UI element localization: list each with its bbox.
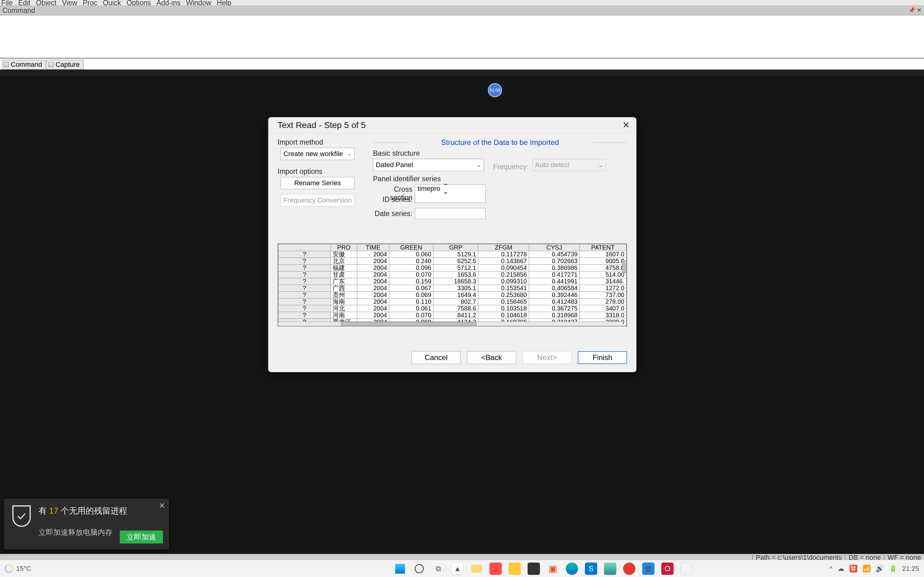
taskbar-app-11[interactable]: [680, 562, 693, 575]
command-pane-close-icon[interactable]: ✕: [916, 7, 922, 13]
date-series-input[interactable]: [415, 208, 486, 219]
data-preview-grid[interactable]: PROTIMEGREENGRPZFGMCYSJPATENT ?安徽20040.0…: [278, 243, 627, 327]
start-button[interactable]: [394, 562, 406, 575]
taskbar-app-6[interactable]: S: [585, 562, 597, 575]
tray-input-icon[interactable]: 🈲: [849, 565, 858, 573]
text-caret: [445, 185, 446, 193]
horizontal-scrollbar-track[interactable]: [278, 322, 623, 326]
frequency-label: Frequency:: [493, 163, 528, 171]
toast-title: 有 17 个无用的残留进程: [39, 505, 163, 516]
table-row[interactable]: ?河南20040.0708411.20.1046180.3189683318.0: [278, 312, 627, 319]
tab-capture[interactable]: Capture: [47, 60, 84, 69]
chevron-down-icon: ⌄: [347, 150, 352, 157]
taskbar-app-2[interactable]: [489, 562, 502, 575]
next-button: Next>: [522, 351, 572, 364]
import-method-select[interactable]: Create new workfile ⌄: [281, 148, 354, 160]
document-icon: [4, 62, 9, 67]
chevron-down-icon: ⌄: [477, 161, 481, 168]
dialog-close-button[interactable]: ✕: [620, 120, 632, 131]
basic-structure-label: Basic structure: [373, 149, 484, 158]
frequency-conversion-button: Frequency Conversion: [281, 194, 354, 206]
tray-battery-icon[interactable]: 🔋: [889, 565, 897, 573]
finish-button[interactable]: Finish: [578, 351, 627, 364]
table-row[interactable]: ?甘肃20040.0701653.60.2158560.417271514.00: [278, 271, 627, 278]
date-series-label: Date series:: [373, 210, 415, 218]
chevron-down-icon: ⌄: [598, 161, 603, 169]
tab-command-label: Command: [11, 61, 42, 69]
taskbar-app-1[interactable]: ▲: [451, 562, 464, 575]
basic-structure-value: Dated Panel: [376, 161, 413, 169]
edge-icon[interactable]: [566, 562, 578, 575]
taskbar-clock[interactable]: 21:25: [902, 565, 919, 572]
table-row[interactable]: ?北京20040.2406252.50.1436670.7026639005.0: [278, 258, 627, 265]
taskbar-app-7[interactable]: [604, 562, 616, 575]
tab-command[interactable]: Command: [2, 60, 46, 69]
status-wf: WF = none: [884, 555, 921, 560]
toast-close-button[interactable]: ✕: [157, 501, 166, 510]
taskbar-app-4[interactable]: [528, 562, 540, 575]
grid-header-zfgm[interactable]: ZFGM: [478, 244, 529, 251]
status-bar: Path = c:\users\1\documents DB = none WF…: [0, 555, 924, 560]
horizontal-scrollbar-thumb[interactable]: [341, 322, 477, 326]
import-method-label: Import method: [278, 138, 364, 147]
grid-corner: [278, 244, 331, 251]
tray-onedrive-icon[interactable]: ☁: [837, 565, 844, 573]
grid-header-grp[interactable]: GRP: [433, 244, 478, 251]
taskbar-app-8[interactable]: [623, 562, 635, 575]
toast-speedup-button[interactable]: 立即加速: [120, 530, 163, 543]
grid-header-pro[interactable]: PRO: [331, 244, 357, 251]
tray-volume-icon[interactable]: 🔊: [876, 565, 884, 573]
import-options-label: Import options: [278, 168, 364, 176]
command-input-area[interactable]: [0, 15, 924, 58]
taskbar[interactable]: 15°C ⧉ ▲ ▣ S ▦ O ^ ☁ 🈲 📶 🔊 🔋: [0, 560, 924, 577]
table-row[interactable]: ?海南20040.110802.70.1584650.412483278.00: [278, 298, 627, 305]
taskbar-app-5[interactable]: ▣: [547, 562, 559, 575]
dialog-title: Text Read - Step 5 of 5: [278, 120, 366, 130]
table-row[interactable]: ?安徽20040.0605129.10.1172780.4547391607.0: [278, 251, 627, 258]
table-row[interactable]: ?河北20040.0617588.60.1035180.3672753407.0: [278, 305, 627, 312]
frequency-select: Auto detect ⌄: [532, 159, 606, 171]
task-view-icon[interactable]: ⧉: [432, 562, 444, 575]
grid-header-cysj[interactable]: CYSJ: [529, 244, 580, 251]
table-row[interactable]: ?广东20040.15918658.30.0993100.44199131446…: [278, 278, 627, 285]
frequency-value: Auto detect: [535, 161, 569, 169]
command-label: Command: [2, 6, 35, 15]
command-pane-title: Command 📌 ✕: [0, 6, 924, 15]
taskbar-app-9[interactable]: ▦: [642, 562, 654, 575]
recording-badge[interactable]: 01:08: [488, 83, 502, 97]
tab-capture-label: Capture: [55, 61, 79, 69]
basic-structure-select[interactable]: Dated Panel ⌄: [373, 159, 484, 171]
pane-tabs: Command Capture: [0, 58, 924, 69]
grid-header-green[interactable]: GREEN: [389, 244, 433, 251]
grid-header-patent[interactable]: PATENT: [580, 244, 627, 251]
table-row[interactable]: ?广西20040.0673305.10.1535410.4065841272.0: [278, 285, 627, 292]
status-path: Path = c:\users\1\documents: [752, 555, 842, 560]
id-series-label: ID series:: [373, 195, 415, 204]
grid-header-time[interactable]: TIME: [357, 244, 389, 251]
text-read-dialog: Text Read - Step 5 of 5 ✕ Import method …: [268, 117, 636, 372]
panel-identifier-label: Panel identifier series: [373, 175, 627, 183]
file-explorer-icon[interactable]: [470, 562, 483, 575]
taskbar-temp[interactable]: 15°C: [16, 565, 31, 573]
cross-section-input[interactable]: [418, 185, 445, 193]
vertical-scrollbar-thumb[interactable]: [622, 260, 627, 273]
back-button[interactable]: <Back: [467, 351, 516, 364]
tray-chevron-icon[interactable]: ^: [829, 565, 832, 573]
table-row[interactable]: ?贵州20040.0691649.40.2536800.392446737.00: [278, 292, 627, 298]
document-icon: [48, 62, 53, 67]
tray-wifi-icon[interactable]: 📶: [863, 565, 871, 573]
close-icon: ✕: [622, 120, 630, 130]
search-icon[interactable]: [413, 562, 425, 575]
cancel-button[interactable]: Cancel: [412, 351, 461, 364]
command-pane-pin-icon[interactable]: 📌: [909, 7, 915, 13]
status-db: DB = none: [845, 555, 881, 560]
weather-icon[interactable]: [5, 565, 13, 573]
rename-series-button[interactable]: Rename Series: [281, 177, 354, 189]
structure-header: Structure of the Data to be Imported: [373, 138, 627, 147]
taskbar-app-3[interactable]: [509, 562, 521, 575]
menubar[interactable]: File Edit Object View Proc Quick Options…: [0, 0, 924, 6]
table-row[interactable]: ?福建20040.0965712.10.0904540.3869864758.0: [278, 265, 627, 271]
toast-subtitle: 立即加速释放电脑内存: [39, 527, 112, 537]
taskbar-app-10[interactable]: O: [661, 562, 674, 575]
cleanup-toast: ✕ 有 17 个无用的残留进程 立即加速释放电脑内存 立即加速: [4, 499, 169, 549]
